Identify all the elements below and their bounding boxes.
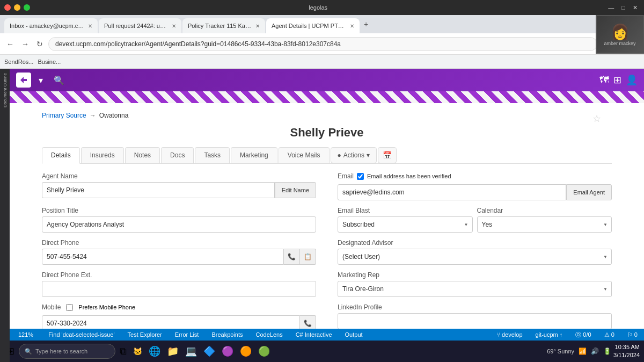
tab-agent-close[interactable]: ✕	[350, 23, 354, 29]
tab-pullreq-label: Pull request 2442#: update ag-	[104, 23, 169, 29]
forward-button[interactable]: →	[19, 38, 31, 50]
reload-button[interactable]: ↻	[34, 38, 45, 50]
tab-agent[interactable]: Agent Details | UCPM PTOnline ✕	[266, 18, 360, 33]
bookmark-bar: SendRos... Busine...	[0, 55, 644, 69]
browser-titlebar: legolas — □ ✕	[0, 0, 644, 15]
tab-policy-label: Policy Tracker 115 Kangashai-	[188, 23, 252, 29]
webcam-label: amber mackey	[604, 41, 635, 46]
bookmark-busine[interactable]: Busine...	[38, 59, 61, 65]
url-input[interactable]	[48, 37, 597, 51]
win-restore[interactable]: □	[619, 4, 627, 11]
tab-pullreq[interactable]: Pull request 2442#: update ag- ✕	[99, 18, 181, 33]
tab-agent-label: Agent Details | UCPM PTOnline	[272, 23, 347, 29]
webcam-person-icon: 👩	[611, 23, 630, 41]
tab-policy-close[interactable]: ✕	[255, 23, 260, 29]
new-tab-button[interactable]: +	[361, 19, 371, 30]
tab-inbox-label: Inbox - amackey@ucpm.com	[10, 23, 85, 29]
win-close[interactable]: ✕	[631, 4, 640, 11]
win-minimize[interactable]: —	[606, 4, 616, 11]
back-button[interactable]: ←	[4, 38, 16, 50]
close-btn[interactable]	[4, 4, 11, 11]
tab-inbox-close[interactable]: ✕	[88, 23, 92, 29]
tab-inbox[interactable]: Inbox - amackey@ucpm.com ✕	[4, 18, 98, 33]
bookmark-sendros[interactable]: SendRos...	[4, 59, 33, 65]
maximize-btn[interactable]	[24, 4, 30, 11]
minimize-btn[interactable]	[14, 4, 20, 11]
window-controls	[4, 4, 30, 11]
tab-pullreq-close[interactable]: ✕	[172, 23, 176, 29]
webcam-overlay: 👩 amber mackey	[596, 15, 644, 54]
browser-tab-bar: Inbox - amackey@ucpm.com ✕ Pull request …	[0, 15, 644, 33]
tab-policy[interactable]: Policy Tracker 115 Kangashai- ✕	[182, 18, 265, 33]
titlebar-text: legolas	[33, 4, 603, 11]
address-bar: ← → ↻ ☆ 🧩 👤 ⋮	[0, 33, 644, 55]
